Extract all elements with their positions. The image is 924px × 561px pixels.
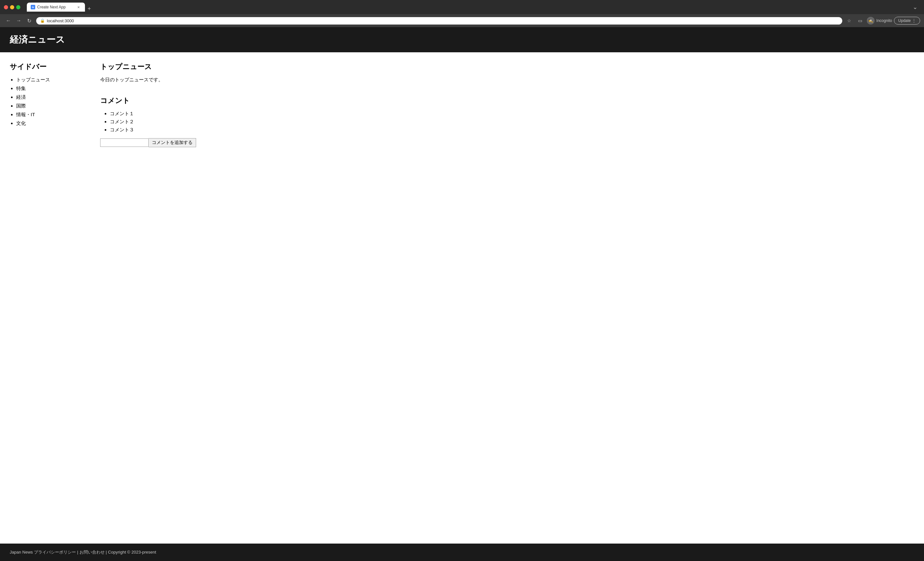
browser-actions: ☆ ▭ 🕵 Incognito Update ⋮	[845, 16, 920, 25]
comment-item-1: コメント１	[110, 111, 914, 117]
browser-chrome: N Create Next App ✕ + ⌄ ← → ↻ 🔒 localhos…	[0, 0, 924, 27]
sidebar-nav: トップニュース 特集 経済 国際 情報・IT 文化	[10, 77, 74, 127]
site-header: 経済ニュース	[0, 27, 924, 52]
browser-tab[interactable]: N Create Next App ✕	[27, 3, 85, 12]
incognito-area: 🕵 Incognito	[867, 17, 892, 24]
sidebar-link-culture[interactable]: 文化	[16, 120, 26, 126]
lock-icon: 🔒	[40, 18, 45, 23]
traffic-lights	[4, 5, 20, 9]
comment-text-1: コメント１	[110, 111, 134, 116]
new-tab-button[interactable]: +	[85, 6, 94, 12]
update-label: Update	[898, 18, 911, 23]
update-menu-icon: ⋮	[912, 18, 916, 23]
sidebar-item-special[interactable]: 特集	[16, 85, 74, 92]
site-title: 経済ニュース	[10, 34, 914, 46]
bookmark-button[interactable]: ☆	[845, 16, 854, 25]
comment-form: コメントを追加する	[100, 138, 914, 147]
forward-button[interactable]: →	[14, 16, 23, 25]
top-news-title: トップニュース	[100, 62, 914, 72]
incognito-icon: 🕵	[867, 17, 874, 24]
tab-close-icon[interactable]: ✕	[76, 4, 81, 10]
sidebar-link-economy[interactable]: 経済	[16, 94, 26, 100]
sidebar-item-culture[interactable]: 文化	[16, 120, 74, 127]
sidebar-item-top-news[interactable]: トップニュース	[16, 77, 74, 83]
sidebar-item-economy[interactable]: 経済	[16, 94, 74, 100]
sidebar: サイドバー トップニュース 特集 経済 国際 情報・IT 文化	[10, 62, 81, 534]
sidebar-link-special[interactable]: 特集	[16, 85, 26, 91]
reload-button[interactable]: ↻	[24, 16, 34, 25]
comment-item-2: コメント２	[110, 119, 914, 125]
minimize-traffic-light[interactable]	[10, 5, 14, 9]
comments-section: コメント コメント１ コメント２ コメント３ コメントを追加する	[100, 96, 914, 147]
top-news-section: トップニュース 今日のトップニュースです。	[100, 62, 914, 83]
main-content: サイドバー トップニュース 特集 経済 国際 情報・IT 文化	[0, 52, 924, 543]
comments-title: コメント	[100, 96, 914, 106]
sidebar-link-international[interactable]: 国際	[16, 103, 26, 108]
back-button[interactable]: ←	[4, 16, 13, 25]
page-wrapper: 経済ニュース サイドバー トップニュース 特集 経済 国際 情報・IT	[0, 27, 924, 561]
address-bar[interactable]: 🔒 localhost:3000	[36, 17, 842, 24]
comment-text-3: コメント３	[110, 127, 134, 132]
incognito-label: Incognito	[876, 18, 892, 23]
comment-item-3: コメント３	[110, 127, 914, 133]
tab-favicon-icon: N	[31, 5, 35, 9]
comments-list: コメント１ コメント２ コメント３	[100, 111, 914, 133]
sidebar-item-it[interactable]: 情報・IT	[16, 112, 74, 118]
maximize-traffic-light[interactable]	[16, 5, 20, 9]
sidebar-button[interactable]: ▭	[856, 16, 865, 25]
address-text: localhost:3000	[47, 18, 838, 23]
tab-title-label: Create Next App	[37, 5, 74, 9]
close-traffic-light[interactable]	[4, 5, 8, 9]
comment-input[interactable]	[100, 139, 148, 147]
sidebar-link-it[interactable]: 情報・IT	[16, 112, 35, 117]
comment-text-2: コメント２	[110, 119, 134, 124]
nav-buttons: ← → ↻	[4, 16, 34, 25]
browser-title-bar: N Create Next App ✕ + ⌄	[0, 0, 924, 14]
tab-bar: N Create Next App ✕ +	[23, 3, 98, 12]
sidebar-title: サイドバー	[10, 62, 74, 72]
top-news-body: 今日のトップニュースです。	[100, 77, 914, 83]
sidebar-link-top-news[interactable]: トップニュース	[16, 77, 50, 82]
address-bar-row: ← → ↻ 🔒 localhost:3000 ☆ ▭ 🕵 Incognito U…	[0, 14, 924, 27]
site-footer: Japan News プライバシーポリシー | お問い合わせ | Copyrig…	[0, 543, 924, 561]
window-controls-icon: ⌄	[910, 3, 920, 10]
content-area: トップニュース 今日のトップニュースです。 コメント コメント１ コメント２ コ…	[81, 62, 914, 534]
update-button[interactable]: Update ⋮	[894, 17, 920, 24]
add-comment-button[interactable]: コメントを追加する	[148, 138, 196, 147]
sidebar-item-international[interactable]: 国際	[16, 103, 74, 109]
footer-text: Japan News プライバシーポリシー | お問い合わせ | Copyrig…	[10, 550, 156, 555]
